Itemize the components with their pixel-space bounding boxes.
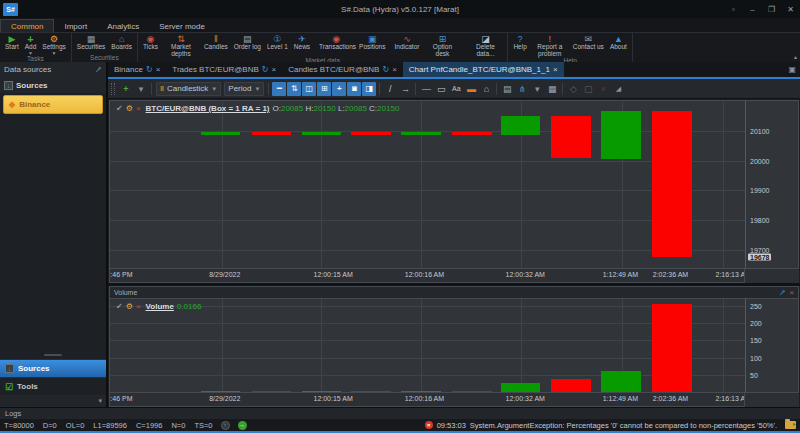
close-panel-icon[interactable]: × xyxy=(789,288,794,297)
period-combo[interactable]: Period▼ xyxy=(224,82,264,96)
ribbon-button-add[interactable]: +Add▼ xyxy=(22,33,40,55)
ribbon-button-transactions[interactable]: ◉Transactions xyxy=(316,33,356,51)
toolbar-grip[interactable] xyxy=(111,83,115,95)
more-icon[interactable]: ◢ xyxy=(611,82,625,96)
ribbon-button-order-log[interactable]: ▤Order log xyxy=(231,33,264,51)
volume-bar[interactable] xyxy=(501,383,540,392)
series-type-combo[interactable]: ‖Candlestick▼ xyxy=(156,82,221,96)
ribbon-button-positions[interactable]: ▣Positions xyxy=(356,33,388,51)
ribbon-button-candles[interactable]: ‖Candles xyxy=(201,33,231,51)
candle[interactable] xyxy=(351,132,390,135)
draw-text-icon[interactable]: Aa xyxy=(449,82,463,96)
doc-tab-trades-btc-eur-bnb[interactable]: Trades BTC/EUR@BNB↻× xyxy=(166,62,282,77)
volume-plot[interactable]: ✔ ⚙ × Volume 0.0166 xyxy=(109,298,745,393)
remove-series-icon[interactable]: × xyxy=(136,104,141,113)
ribbon-button-level-1[interactable]: ①Level 1 xyxy=(264,33,291,51)
add-indicator-icon[interactable]: + xyxy=(119,82,133,96)
volume-bar[interactable] xyxy=(351,391,390,392)
ribbon-tab-import[interactable]: Import xyxy=(54,20,97,32)
chevron-down-icon[interactable]: ▾ xyxy=(134,82,148,96)
chevron-down-icon[interactable]: ▾ xyxy=(98,397,102,405)
volume-bar[interactable] xyxy=(601,371,640,392)
series-settings-icon[interactable]: ⚙ xyxy=(126,302,133,311)
ribbon-button-start[interactable]: ▶Start xyxy=(2,33,22,51)
window-list-icon[interactable]: ▣ xyxy=(784,65,800,74)
logs-bar[interactable]: Logs xyxy=(0,407,800,419)
price-plot[interactable]: ✔ ⚙ × BTC/EUR@BNB (Box = 1 RA = 1) O:200… xyxy=(109,100,745,269)
ribbon-tab-analytics[interactable]: Analytics xyxy=(97,20,149,32)
candle[interactable] xyxy=(401,132,440,135)
ribbon-button-news[interactable]: ✈News xyxy=(291,33,313,51)
restore-icon[interactable]: ❐ xyxy=(762,1,781,17)
visibility-check-icon[interactable]: ✔ xyxy=(116,104,123,113)
sidebar-item-tools[interactable]: ☑Tools xyxy=(0,377,106,395)
series-settings-icon[interactable]: ⚙ xyxy=(126,104,133,113)
volume-bar[interactable] xyxy=(252,391,291,392)
volume-bar[interactable] xyxy=(551,379,590,392)
sidebar-splitter[interactable] xyxy=(44,354,62,356)
candle[interactable] xyxy=(501,116,540,135)
candle[interactable] xyxy=(302,132,341,135)
minimize-icon[interactable]: – xyxy=(743,1,762,17)
sidebar-item-sources[interactable]: ↓Sources xyxy=(0,359,106,377)
ribbon-button-help[interactable]: ?Help xyxy=(510,33,529,51)
draw-band-icon[interactable]: ▬ xyxy=(464,82,478,96)
candle[interactable] xyxy=(551,116,590,158)
start-all-icon[interactable]: ↑ xyxy=(221,421,230,430)
doc-tab-chart-pnfcandle-btc-eur-bnb-1-1[interactable]: Chart PnfCandle_BTC/EUR@BNB_1_1× xyxy=(403,62,564,77)
close-tab-icon[interactable]: × xyxy=(272,65,277,74)
volume-bar[interactable] xyxy=(401,391,440,392)
volume-bar[interactable] xyxy=(652,304,691,392)
candle[interactable] xyxy=(601,111,640,159)
ribbon-button-settings[interactable]: ⚙Settings▼ xyxy=(39,33,69,55)
tooltip-icon[interactable]: ◙ xyxy=(347,82,361,96)
ribbon-button-boards[interactable]: ⌂Boards xyxy=(108,33,135,51)
ribbon-button-contact-us[interactable]: ✉Contact us xyxy=(570,33,607,51)
draw-line-icon[interactable]: / xyxy=(383,82,397,96)
draw-horizontal-line-icon[interactable]: — xyxy=(419,82,433,96)
ribbon-tab-common[interactable]: Common xyxy=(0,19,54,32)
ribbon-button-option-desk[interactable]: ⊞Option desk xyxy=(422,33,462,57)
volume-axis[interactable]: 25020015010050 xyxy=(745,298,799,393)
ribbon-button-delete-data-[interactable]: ◪Delete data... xyxy=(465,33,505,57)
volume-bar[interactable] xyxy=(302,391,341,392)
volume-xaxis[interactable]: 12:46 PM8/29/202212:00:15 AM12:00:16 AM1… xyxy=(109,393,745,407)
save-layout-icon[interactable]: ▤ xyxy=(500,82,514,96)
candle[interactable] xyxy=(201,132,240,135)
ribbon-button-ticks[interactable]: ◉Ticks xyxy=(140,33,161,51)
volume-bar[interactable] xyxy=(452,391,491,392)
crosshair-icon[interactable]: + xyxy=(332,82,346,96)
price-level-icon[interactable]: ━ xyxy=(272,82,286,96)
open-log-folder-icon[interactable] xyxy=(785,421,796,429)
share-icon[interactable]: ⋔ xyxy=(515,82,529,96)
candle[interactable] xyxy=(252,132,291,135)
ribbon-collapse-icon[interactable]: ▴ xyxy=(794,53,797,60)
ribbon-button-about[interactable]: ▲About xyxy=(607,33,630,51)
doc-tab-candles-btc-eur-bnb[interactable]: Candles BTC/EUR@BNB↻× xyxy=(282,62,403,77)
doc-tab-binance[interactable]: Binance↻× xyxy=(108,62,166,77)
ribbon-button-report-a-problem[interactable]: !Report a problem xyxy=(530,33,570,57)
price-xaxis[interactable]: 12:46 PM8/29/202212:00:15 AM12:00:16 AM1… xyxy=(109,269,745,283)
close-icon[interactable]: ✕ xyxy=(781,1,800,17)
chart-type-icon[interactable]: ◨ xyxy=(362,82,376,96)
panes-icon[interactable]: ◫ xyxy=(302,82,316,96)
draw-rectangle-icon[interactable]: ▭ xyxy=(434,82,448,96)
candle[interactable] xyxy=(452,132,491,135)
ribbon-button-securities[interactable]: ▦Securities xyxy=(74,33,109,51)
remove-series-icon[interactable]: × xyxy=(136,302,141,311)
source-item-binance[interactable]: ◆Binance xyxy=(3,95,103,114)
close-tab-icon[interactable]: × xyxy=(392,65,397,74)
help-window-icon[interactable]: ▫ xyxy=(724,1,743,17)
ribbon-button-indicator[interactable]: ∿Indicator xyxy=(391,33,422,51)
visibility-check-icon[interactable]: ✔ xyxy=(116,302,123,311)
draw-arrow-icon[interactable]: → xyxy=(398,82,412,96)
ribbon-button-market-depths[interactable]: ⇅Market depths xyxy=(161,33,201,57)
pin-icon[interactable]: ⊸ xyxy=(776,287,787,298)
chevron-down-icon[interactable]: ▾ xyxy=(530,82,544,96)
add-pane-icon[interactable]: ⊞ xyxy=(317,82,331,96)
volume-bar[interactable] xyxy=(201,391,240,392)
grid-settings-icon[interactable]: ▦ xyxy=(545,82,559,96)
pin-icon[interactable]: ⊸ xyxy=(93,64,104,75)
close-tab-icon[interactable]: × xyxy=(553,65,558,74)
updown-arrows-icon[interactable]: ⇅ xyxy=(287,82,301,96)
